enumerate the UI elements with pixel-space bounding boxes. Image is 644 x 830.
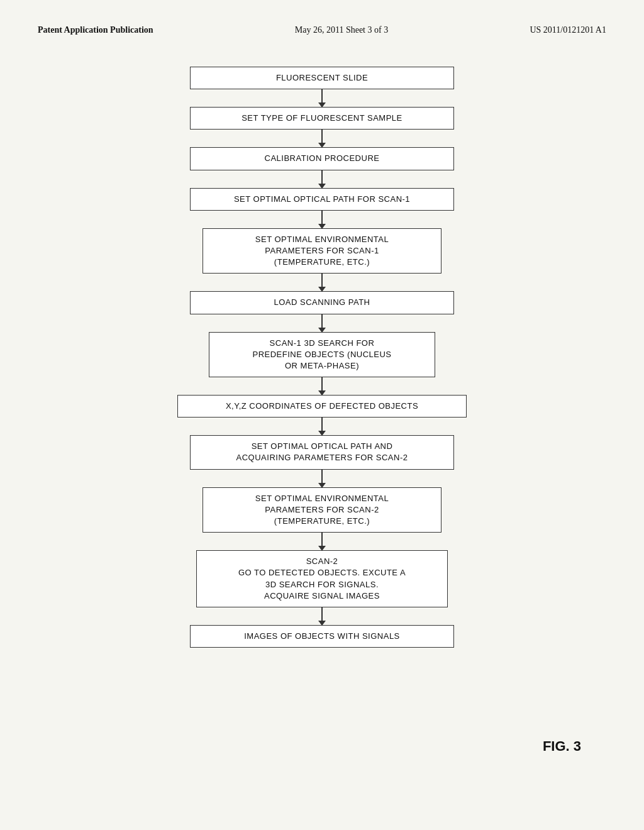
flowchart-box-9: SET OPTIMAL OPTICAL PATH AND ACQUAIRING … [190,435,454,469]
connector-9 [321,470,323,487]
connector-11 [321,607,323,625]
connector-10 [321,533,323,550]
flowchart-box-4: SET OPTIMAL OPTICAL PATH FOR SCAN-1 [190,188,454,211]
connector-7 [321,377,323,395]
flowchart-box-12: IMAGES OF OBJECTS WITH SIGNALS [190,625,454,648]
flowchart-diagram: FLUORESCENT SLIDE SET TYPE OF FLUORESCEN… [38,67,606,648]
figure-label: FIG. 3 [543,738,581,755]
flowchart-box-6: LOAD SCANNING PATH [190,291,454,314]
page-header: Patent Application Publication May 26, 2… [38,25,606,35]
connector-5 [321,274,323,291]
flowchart-box-11: SCAN-2 GO TO DETECTED OBJECTS. EXCUTE A … [196,550,448,607]
connector-1 [321,89,323,107]
page: Patent Application Publication May 26, 2… [0,0,644,830]
connector-6 [321,314,323,332]
flowchart-box-1: FLUORESCENT SLIDE [190,67,454,89]
header-publication-label: Patent Application Publication [38,25,153,35]
connector-4 [321,211,323,228]
connector-2 [321,130,323,147]
connector-8 [321,418,323,435]
flowchart-box-5: SET OPTIMAL ENVIRONMENTAL PARAMETERS FOR… [203,228,441,274]
header-date-sheet: May 26, 2011 Sheet 3 of 3 [295,25,388,35]
flowchart-box-8: X,Y,Z COORDINATES OF DEFECTED OBJECTS [177,395,467,418]
flowchart-box-7: SCAN-1 3D SEARCH FOR PREDEFINE OBJECTS (… [209,332,435,378]
flowchart-box-2: SET TYPE OF FLUORESCENT SAMPLE [190,107,454,130]
header-patent-number: US 2011/0121201 A1 [530,25,606,35]
flowchart-box-3: CALIBRATION PROCEDURE [190,147,454,170]
connector-3 [321,170,323,188]
flowchart-box-10: SET OPTIMAL ENVIRONMENTAL PARAMETERS FOR… [203,487,441,533]
